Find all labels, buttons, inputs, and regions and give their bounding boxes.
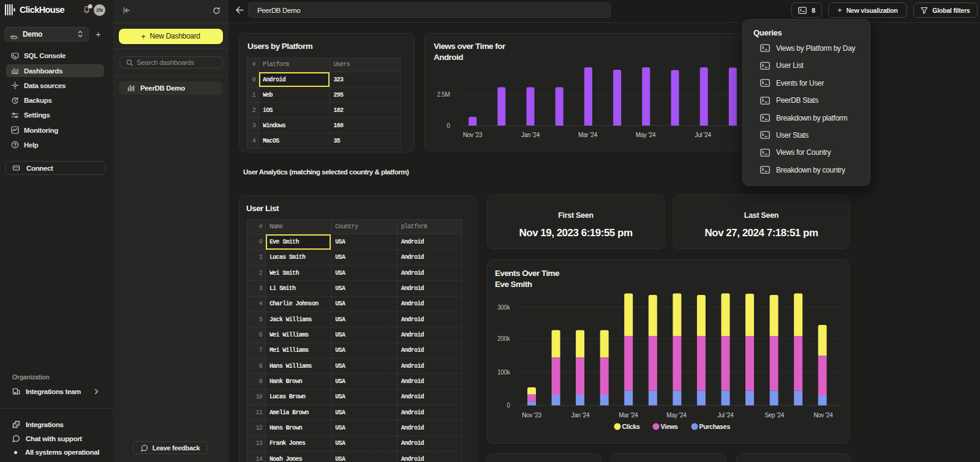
svg-text:100k: 100k — [497, 369, 511, 376]
svg-text:300k: 300k — [497, 304, 511, 311]
svg-text:Views: Views — [661, 423, 679, 430]
svg-text:Nov '24: Nov '24 — [813, 412, 833, 419]
svg-text:200k: 200k — [497, 335, 511, 342]
svg-text:Jan '24: Jan '24 — [521, 132, 540, 138]
svg-text:Mar '24: Mar '24 — [619, 412, 638, 419]
svg-text:Jan '24: Jan '24 — [571, 412, 590, 419]
svg-text:Jul '24: Jul '24 — [695, 132, 711, 138]
svg-text:2.5M: 2.5M — [437, 91, 450, 98]
svg-text:0: 0 — [507, 402, 510, 409]
svg-text:Clicks: Clicks — [622, 423, 641, 430]
svg-text:May '24: May '24 — [666, 412, 687, 419]
svg-text:Nov '23: Nov '23 — [463, 132, 483, 138]
svg-text:Sep '24: Sep '24 — [764, 412, 784, 419]
svg-text:Nov '23: Nov '23 — [522, 412, 541, 419]
svg-text:0: 0 — [447, 122, 450, 129]
svg-text:aws: aws — [10, 34, 17, 38]
svg-text:May '24: May '24 — [636, 132, 656, 138]
svg-text:Purchases: Purchases — [699, 423, 731, 430]
svg-text:Mar '24: Mar '24 — [578, 132, 598, 138]
svg-text:Jul '24: Jul '24 — [717, 412, 734, 419]
